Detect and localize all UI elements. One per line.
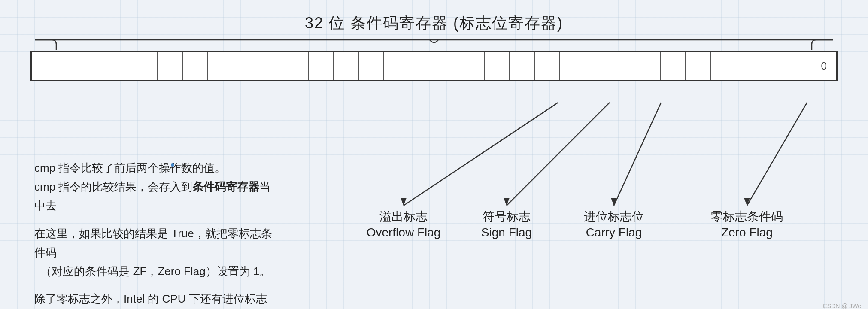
register-cell-17	[459, 52, 485, 80]
register-cell-10	[283, 52, 309, 80]
register-row: 0	[30, 51, 838, 81]
svg-line-6	[614, 103, 661, 206]
svg-line-2	[404, 103, 558, 206]
register-cell-13	[359, 52, 384, 80]
register-cell-28	[736, 52, 762, 80]
title-row: 32 位 条件码寄存器 (标志位寄存器)	[17, 13, 851, 34]
register-cell-8	[233, 52, 258, 80]
page-title: 32 位 条件码寄存器 (标志位寄存器)	[305, 14, 563, 32]
register-cell-2	[82, 52, 107, 80]
register-cell-21	[560, 52, 585, 80]
svg-line-4	[507, 103, 610, 206]
register-cell-14	[384, 52, 409, 80]
overflow-english: Overflow Flag	[367, 226, 441, 239]
main-content: cmp 指令比较了前后两个操作数的值。 cmp 指令的比较结果，会存入到条件码寄…	[17, 90, 851, 300]
text-block-2: 在这里，如果比较的结果是 True，就把零标志条件码 （对应的条件码是 ZF，Z…	[34, 224, 275, 281]
register-cell-1	[57, 52, 82, 80]
register-cell-20	[535, 52, 560, 80]
register-cell-22	[585, 52, 610, 80]
brace-container	[30, 38, 838, 51]
text-block-3: 除了零标志之外，Intel 的 CPU 下还有进位标志 （CF，Carry Fl…	[34, 289, 275, 309]
text-block-1: cmp 指令比较了前后两个操作数的值。 cmp 指令的比较结果，会存入到条件码寄…	[34, 158, 275, 215]
carry-chinese: 进位标志位	[584, 210, 644, 223]
register-cell-29	[761, 52, 786, 80]
register-cell-11	[309, 52, 334, 80]
register-cell-0	[32, 52, 57, 80]
register-cell-31: 0	[811, 52, 836, 80]
register-cell-5	[158, 52, 183, 80]
watermark: CSDN @ JWe	[823, 303, 861, 309]
svg-marker-5	[504, 198, 510, 206]
bold-text: 条件码寄存器	[192, 180, 259, 193]
register-cell-30	[786, 52, 812, 80]
register-cell-15	[409, 52, 434, 80]
register-cell-3	[107, 52, 133, 80]
register-cell-7	[208, 52, 233, 80]
svg-marker-7	[611, 198, 617, 206]
register-cell-19	[510, 52, 535, 80]
sign-english: Sign Flag	[481, 226, 532, 239]
page-container: 32 位 条件码寄存器 (标志位寄存器) 0 cmp 指令比较了前后两个操作数的…	[0, 0, 868, 309]
register-cell-9	[258, 52, 283, 80]
carry-english: Carry Flag	[586, 226, 642, 239]
register-cell-23	[610, 52, 636, 80]
zero-chinese: 零标志条件码	[711, 210, 783, 223]
register-cell-27	[711, 52, 736, 80]
svg-line-8	[747, 103, 807, 206]
zero-english: Zero Flag	[721, 226, 773, 239]
register-cell-12	[334, 52, 359, 80]
register-cell-25	[661, 52, 686, 80]
register-section: 0	[17, 38, 851, 81]
sign-chinese: 符号标志	[483, 210, 531, 223]
register-cell-18	[485, 52, 510, 80]
left-text: cmp 指令比较了前后两个操作数的值。 cmp 指令的比较结果，会存入到条件码寄…	[34, 158, 275, 309]
register-cell-24	[635, 52, 661, 80]
register-cell-16	[434, 52, 460, 80]
svg-marker-3	[401, 198, 407, 206]
overflow-chinese: 溢出标志	[379, 210, 428, 223]
svg-marker-9	[744, 198, 750, 206]
register-cell-26	[686, 52, 711, 80]
register-cell-6	[183, 52, 208, 80]
register-cell-4	[132, 52, 158, 80]
